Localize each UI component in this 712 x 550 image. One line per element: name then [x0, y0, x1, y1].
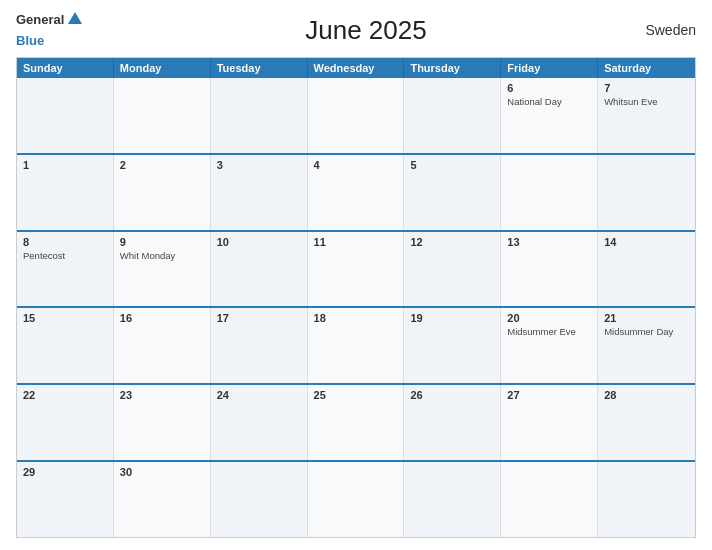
week-row-6: 2930: [17, 460, 695, 537]
day-cell: 15: [17, 308, 114, 383]
day-cell: [308, 78, 405, 153]
day-number: 27: [507, 389, 591, 401]
logo-general-text: General: [16, 12, 64, 28]
day-event: Midsummer Eve: [507, 326, 591, 338]
day-number: 13: [507, 236, 591, 248]
week-row-1: 6National Day7Whitsun Eve: [17, 78, 695, 153]
day-cell: 25: [308, 385, 405, 460]
day-cell: 10: [211, 232, 308, 307]
day-cell: [501, 462, 598, 537]
day-cell: 12: [404, 232, 501, 307]
day-cell: 28: [598, 385, 695, 460]
day-cell: 9Whit Monday: [114, 232, 211, 307]
page: General Blue June 2025 Sweden SundayMond…: [0, 0, 712, 550]
week-row-4: 151617181920Midsummer Eve21Midsummer Day: [17, 306, 695, 383]
day-number: 26: [410, 389, 494, 401]
day-number: 30: [120, 466, 204, 478]
day-cell: 17: [211, 308, 308, 383]
day-cell: 1: [17, 155, 114, 230]
week-row-3: 8Pentecost9Whit Monday1011121314: [17, 230, 695, 307]
day-event: Midsummer Day: [604, 326, 689, 338]
day-number: 14: [604, 236, 689, 248]
day-cell: 3: [211, 155, 308, 230]
day-cell: 23: [114, 385, 211, 460]
day-number: 6: [507, 82, 591, 94]
day-cell: [598, 155, 695, 230]
day-cell: [308, 462, 405, 537]
day-cell: 27: [501, 385, 598, 460]
day-number: 8: [23, 236, 107, 248]
day-number: 16: [120, 312, 204, 324]
days-header: SundayMondayTuesdayWednesdayThursdayFrid…: [17, 58, 695, 78]
day-cell: 8Pentecost: [17, 232, 114, 307]
day-cell: 6National Day: [501, 78, 598, 153]
day-number: 4: [314, 159, 398, 171]
day-cell: 7Whitsun Eve: [598, 78, 695, 153]
day-cell: [211, 462, 308, 537]
day-event: Whit Monday: [120, 250, 204, 262]
day-cell: 29: [17, 462, 114, 537]
day-header-wednesday: Wednesday: [308, 58, 405, 78]
day-cell: [17, 78, 114, 153]
day-cell: [404, 462, 501, 537]
day-number: 10: [217, 236, 301, 248]
day-number: 25: [314, 389, 398, 401]
header: General Blue June 2025 Sweden: [16, 12, 696, 49]
day-header-tuesday: Tuesday: [211, 58, 308, 78]
day-header-sunday: Sunday: [17, 58, 114, 78]
day-number: 12: [410, 236, 494, 248]
day-cell: 18: [308, 308, 405, 383]
day-number: 28: [604, 389, 689, 401]
day-cell: [404, 78, 501, 153]
day-header-friday: Friday: [501, 58, 598, 78]
day-cell: 14: [598, 232, 695, 307]
calendar: SundayMondayTuesdayWednesdayThursdayFrid…: [16, 57, 696, 538]
day-cell: 19: [404, 308, 501, 383]
day-cell: 21Midsummer Day: [598, 308, 695, 383]
day-cell: 11: [308, 232, 405, 307]
calendar-title: June 2025: [96, 15, 636, 46]
day-number: 17: [217, 312, 301, 324]
day-number: 7: [604, 82, 689, 94]
day-cell: 20Midsummer Eve: [501, 308, 598, 383]
day-event: National Day: [507, 96, 591, 108]
day-cell: 24: [211, 385, 308, 460]
day-header-saturday: Saturday: [598, 58, 695, 78]
day-number: 11: [314, 236, 398, 248]
day-number: 2: [120, 159, 204, 171]
country-label: Sweden: [636, 22, 696, 38]
week-row-2: 12345: [17, 153, 695, 230]
day-cell: [501, 155, 598, 230]
day-number: 1: [23, 159, 107, 171]
day-number: 24: [217, 389, 301, 401]
day-cell: [211, 78, 308, 153]
day-cell: 5: [404, 155, 501, 230]
day-cell: 26: [404, 385, 501, 460]
day-number: 29: [23, 466, 107, 478]
day-number: 9: [120, 236, 204, 248]
logo-triangle-icon: [68, 12, 82, 24]
day-cell: 16: [114, 308, 211, 383]
logo: General Blue: [16, 12, 96, 49]
weeks-container: 6National Day7Whitsun Eve123458Pentecost…: [17, 78, 695, 537]
week-row-5: 22232425262728: [17, 383, 695, 460]
day-number: 22: [23, 389, 107, 401]
day-cell: 22: [17, 385, 114, 460]
day-cell: [598, 462, 695, 537]
day-number: 15: [23, 312, 107, 324]
day-number: 18: [314, 312, 398, 324]
day-cell: 2: [114, 155, 211, 230]
day-number: 20: [507, 312, 591, 324]
day-cell: 4: [308, 155, 405, 230]
day-number: 19: [410, 312, 494, 324]
day-event: Pentecost: [23, 250, 107, 262]
day-number: 23: [120, 389, 204, 401]
day-number: 3: [217, 159, 301, 171]
day-header-thursday: Thursday: [404, 58, 501, 78]
day-header-monday: Monday: [114, 58, 211, 78]
day-event: Whitsun Eve: [604, 96, 689, 108]
day-cell: 30: [114, 462, 211, 537]
day-number: 21: [604, 312, 689, 324]
day-number: 5: [410, 159, 494, 171]
day-cell: [114, 78, 211, 153]
